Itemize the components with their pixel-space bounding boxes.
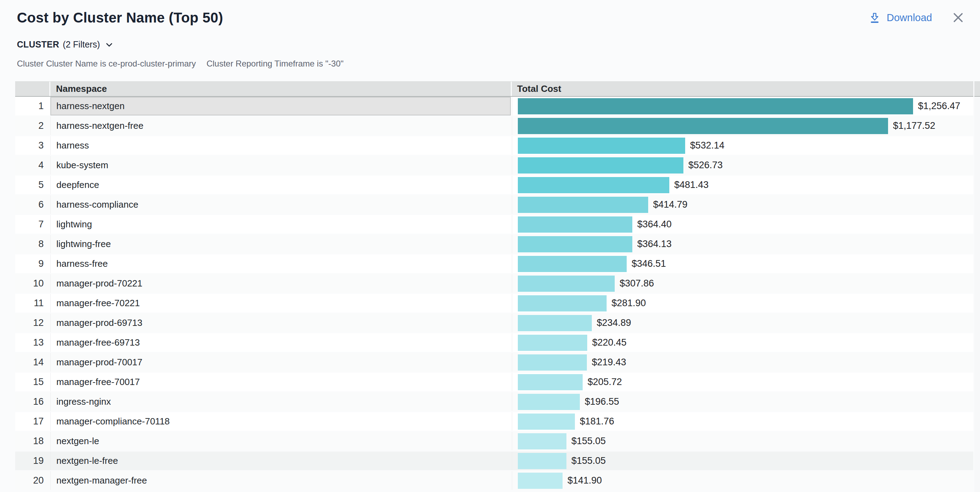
cost-bar[interactable] — [518, 177, 669, 193]
row-number: 6 — [15, 195, 49, 214]
namespace-cell[interactable]: manager-compliance-70118 — [50, 412, 511, 431]
cost-bar[interactable] — [518, 315, 592, 331]
namespace-cell[interactable]: manager-prod-69713 — [50, 314, 511, 332]
cost-bar[interactable] — [518, 216, 632, 233]
cost-value-label: $364.40 — [637, 219, 672, 230]
table-row[interactable]: 19nextgen-le-free$155.05 — [15, 452, 973, 471]
cost-cell: $155.05 — [512, 432, 973, 451]
table-row[interactable]: 1harness-nextgen$1,256.47 — [15, 97, 973, 116]
namespace-cell[interactable]: manager-free-70221 — [50, 294, 511, 313]
cost-bar[interactable] — [518, 236, 632, 252]
cost-bar[interactable] — [518, 374, 583, 390]
total-cost-column-header[interactable]: Total Cost — [512, 82, 973, 96]
table-row[interactable]: 7lightwing$364.40 — [15, 215, 973, 235]
namespace-cell[interactable]: harness-free — [50, 254, 511, 273]
namespace-cell[interactable]: manager-prod-70017 — [50, 353, 511, 371]
cost-value-label: $307.86 — [620, 278, 654, 289]
table-row[interactable]: 12manager-prod-69713$234.89 — [15, 314, 973, 333]
namespace-cell[interactable]: harness-nextgen — [50, 97, 511, 116]
cost-cell: $364.40 — [512, 215, 973, 234]
row-number: 2 — [15, 116, 49, 135]
namespace-cell[interactable]: harness — [50, 136, 511, 155]
table-body: 1harness-nextgen$1,256.472harness-nextge… — [15, 97, 973, 491]
cost-bar[interactable] — [518, 335, 587, 351]
namespace-cell[interactable]: manager-prod-70221 — [50, 274, 511, 293]
cost-value-label: $414.79 — [653, 199, 687, 210]
cost-bar[interactable] — [518, 354, 587, 371]
table-row[interactable]: 3harness$532.14 — [15, 136, 973, 156]
cost-cell: $220.45 — [512, 333, 973, 352]
cost-bar[interactable] — [518, 276, 615, 292]
page-title: Cost by Cluster Name (Top 50) — [17, 9, 966, 26]
row-number: 11 — [15, 294, 49, 313]
cost-bar[interactable] — [518, 197, 648, 213]
download-label: Download — [887, 10, 932, 25]
panel-header: Cost by Cluster Name (Top 50) Download — [17, 9, 966, 27]
cost-bar[interactable] — [518, 394, 580, 410]
cost-bar[interactable] — [518, 138, 685, 154]
cost-bar[interactable] — [518, 414, 575, 430]
table-row[interactable]: 13manager-free-69713$220.45 — [15, 333, 973, 353]
namespace-cell[interactable]: lightwing — [50, 215, 511, 234]
namespace-cell[interactable]: kube-system — [50, 156, 511, 175]
cluster-filter-dropdown[interactable]: CLUSTER (2 Filters) — [17, 38, 113, 51]
close-icon — [953, 12, 963, 23]
table-row[interactable]: 18nextgen-le$155.05 — [15, 432, 973, 452]
cost-cell: $1,256.47 — [512, 97, 973, 116]
row-number: 12 — [15, 314, 49, 332]
table-row[interactable]: 11manager-free-70221$281.90 — [15, 294, 973, 314]
table-row[interactable]: 20nextgen-manager-free$141.90 — [15, 471, 973, 491]
cost-bar[interactable] — [518, 256, 627, 272]
header-actions: Download — [868, 10, 966, 25]
close-button[interactable] — [950, 10, 966, 25]
table-row[interactable]: 10manager-prod-70221$307.86 — [15, 274, 973, 294]
cost-value-label: $526.73 — [688, 160, 723, 171]
table-row[interactable]: 9harness-free$346.51 — [15, 254, 973, 274]
table-row[interactable]: 2harness-nextgen-free$1,177.52 — [15, 116, 973, 136]
table-row[interactable]: 4kube-system$526.73 — [15, 156, 973, 176]
download-button[interactable]: Download — [868, 10, 932, 25]
namespace-cell[interactable]: lightwing-free — [50, 235, 511, 253]
cost-bar[interactable] — [518, 295, 606, 311]
namespace-cell[interactable]: nextgen-le — [50, 432, 511, 451]
cost-bar[interactable] — [518, 118, 888, 134]
table-row[interactable]: 17manager-compliance-70118$181.76 — [15, 412, 973, 432]
cost-cell: $219.43 — [512, 353, 973, 371]
table-row[interactable]: 6harness-compliance$414.79 — [15, 195, 973, 215]
namespace-cell[interactable]: harness-nextgen-free — [50, 116, 511, 135]
cost-value-label: $1,256.47 — [918, 101, 960, 111]
cost-bar[interactable] — [518, 453, 566, 469]
cost-value-label: $141.90 — [568, 475, 602, 486]
cost-bar[interactable] — [518, 473, 563, 489]
namespace-cell[interactable]: deepfence — [50, 176, 511, 194]
table-row[interactable]: 15manager-free-70017$205.72 — [15, 373, 973, 392]
cost-value-label: $220.45 — [592, 337, 627, 348]
cost-cell: $346.51 — [512, 254, 973, 273]
row-number: 8 — [15, 235, 49, 253]
cost-cell: $532.14 — [512, 136, 973, 155]
namespace-cell[interactable]: ingress-nginx — [50, 392, 511, 411]
table-row[interactable]: 14manager-prod-70017$219.43 — [15, 353, 973, 373]
cost-cell: $1,177.52 — [512, 116, 973, 135]
namespace-cell[interactable]: manager-free-70017 — [50, 373, 511, 391]
cost-bar[interactable] — [518, 433, 566, 449]
namespace-column-header[interactable]: Namespace — [50, 82, 511, 96]
scrollbar-gutter-header — [974, 81, 980, 97]
cost-bar[interactable] — [518, 157, 683, 173]
chevron-down-icon — [103, 41, 113, 48]
row-number: 9 — [15, 254, 49, 273]
cost-value-label: $196.55 — [585, 396, 619, 407]
table-row[interactable]: 5deepfence$481.43 — [15, 176, 973, 195]
namespace-cell[interactable]: nextgen-le-free — [50, 452, 511, 470]
namespace-cell[interactable]: harness-compliance — [50, 195, 511, 214]
namespace-cell[interactable]: manager-free-69713 — [50, 333, 511, 352]
cost-value-label: $155.05 — [571, 436, 606, 447]
cost-bar[interactable] — [518, 98, 913, 114]
vertical-scrollbar-track[interactable] — [974, 97, 980, 492]
table-row[interactable]: 8lightwing-free$364.13 — [15, 235, 973, 254]
table-row[interactable]: 16ingress-nginx$196.55 — [15, 392, 973, 412]
row-number: 3 — [15, 136, 49, 155]
namespace-cell[interactable]: nextgen-manager-free — [50, 471, 511, 490]
row-number: 13 — [15, 333, 49, 352]
table-header-row: Namespace Total Cost — [15, 81, 973, 97]
